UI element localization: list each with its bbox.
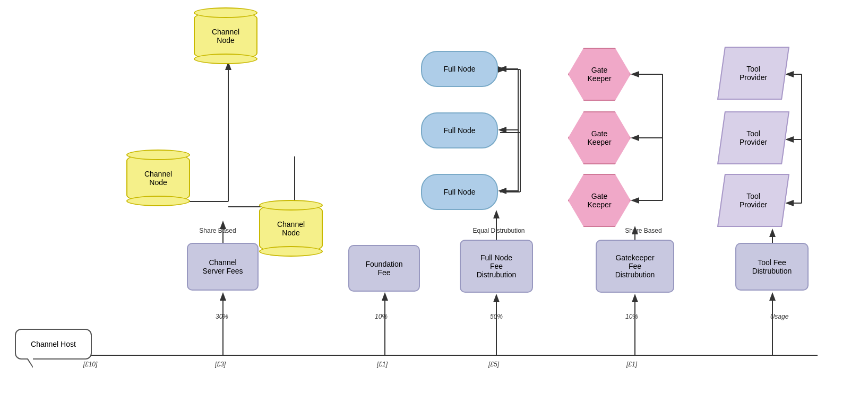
- pct-10-gate-label: 10%: [618, 313, 645, 320]
- full-node-1: Full Node: [421, 51, 498, 87]
- channel-node-left: Channel Node: [126, 153, 190, 203]
- diagram: Channel Node Channel Node Channel Node F…: [0, 0, 868, 412]
- tool-provider-2: Tool Provider: [717, 111, 789, 164]
- gatekeeper-fee-box: Gatekeeper Fee Distrubution: [596, 240, 674, 293]
- amount-1-gate-label: [£1]: [618, 361, 645, 368]
- channel-node-top: Channel Node: [194, 11, 257, 61]
- full-node-fee-box: Full Node Fee Distrubution: [460, 240, 533, 293]
- channel-node-right: Channel Node: [259, 203, 323, 253]
- full-node-2: Full Node: [421, 112, 498, 148]
- channel-host: Channel Host: [15, 329, 92, 360]
- pct-30-label: 30%: [206, 313, 238, 320]
- full-node-3: Full Node: [421, 174, 498, 210]
- tool-provider-1: Tool Provider: [717, 47, 789, 100]
- equal-distribution-label: Equal Distrubution: [458, 227, 540, 234]
- share-based-right-label: Share Based: [606, 227, 681, 234]
- amount-5-label: [£5]: [480, 361, 507, 368]
- foundation-fee-box: Foundation Fee: [348, 245, 420, 292]
- tool-fee-box: Tool Fee Distrubution: [735, 243, 809, 291]
- amount-3-label: [£3]: [207, 361, 234, 368]
- share-based-left-label: Share Based: [181, 227, 255, 234]
- gate-keeper-3: Gate Keeper: [568, 174, 631, 227]
- amount-1-foundation-label: [£1]: [369, 361, 396, 368]
- usage-label: Usage: [763, 313, 795, 320]
- gate-keeper-2: Gate Keeper: [568, 111, 631, 164]
- amount-10-label: [£10]: [74, 361, 106, 368]
- pct-50-label: 50%: [480, 313, 512, 320]
- gate-keeper-1: Gate Keeper: [568, 48, 631, 101]
- pct-10-foundation-label: 10%: [368, 313, 394, 320]
- tool-provider-3: Tool Provider: [717, 174, 789, 227]
- channel-server-fees-box: Channel Server Fees: [187, 243, 259, 291]
